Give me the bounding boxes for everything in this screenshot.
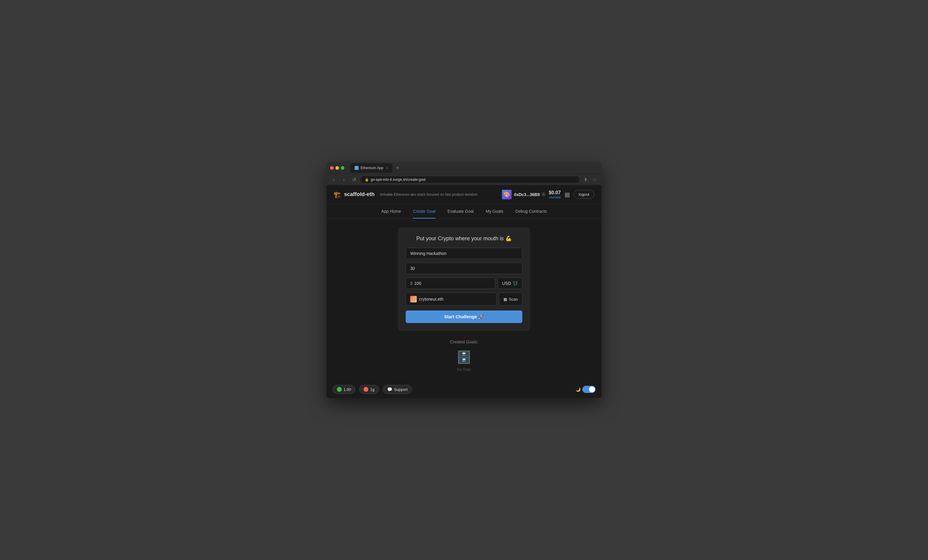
nav-create-goal[interactable]: Create Goal	[413, 209, 435, 218]
goal-name-input[interactable]	[406, 248, 522, 259]
address-bar[interactable]: 🔒 go-ape-into-it.surge.sh/create-goal	[360, 176, 579, 183]
amount-input[interactable]	[414, 281, 491, 286]
toggle-switch[interactable]	[582, 386, 595, 393]
no-data-text: No Data	[457, 367, 471, 372]
logo-tagline: forkable Ethereum dev stack focused on f…	[380, 192, 478, 196]
app-header: 🏗️ scaffold-eth forkable Ethereum dev st…	[327, 185, 601, 204]
nav-evaluate-goal[interactable]: Evaluate Goal	[447, 209, 474, 218]
copy-icon[interactable]: ⎘	[542, 192, 545, 197]
tab-title: Ethereum App	[360, 166, 383, 170]
share-icon[interactable]: ⬆	[582, 176, 589, 183]
forward-button[interactable]: ›	[340, 176, 347, 183]
moon-icon: 🌙	[575, 387, 581, 392]
bookmark-icon[interactable]: ☆	[591, 176, 598, 183]
browser-tab-active[interactable]: E Ethereum App ×	[350, 163, 392, 173]
badge-gas[interactable]: 1g	[359, 385, 379, 394]
wallet-balance: $0.07	[549, 190, 561, 195]
nav-app-home[interactable]: App Home	[381, 209, 401, 218]
created-goals-section: Created Goals: 🗄️ No Data	[398, 339, 530, 372]
amount-row: $ USD 💱	[406, 278, 522, 289]
green-indicator	[337, 387, 342, 392]
address-input-wrapper: 🎨	[406, 292, 497, 306]
browser-actions: ⬆ ☆	[582, 176, 598, 183]
wallet-network: mumbai	[549, 195, 560, 199]
address-avatar: 🎨	[410, 296, 417, 303]
wallet-address-text: 0xDc3...36B9	[514, 192, 540, 197]
address-text: go-ape-into-it.surge.sh/create-goal	[371, 178, 426, 182]
chat-icon: 💬	[387, 387, 392, 392]
address-row: 🎨 ▦ Scan	[406, 292, 522, 306]
no-data-container: 🗄️ No Data	[398, 350, 530, 372]
browser-addressbar: ‹ › ↺ 🔒 go-ape-into-it.surge.sh/create-g…	[327, 174, 601, 185]
tab-close-button[interactable]: ×	[386, 166, 388, 170]
scan-button[interactable]: ▦ Scan	[499, 292, 522, 306]
back-button[interactable]: ‹	[330, 176, 337, 183]
scan-label: Scan	[509, 297, 518, 301]
currency-icon: 💱	[513, 281, 518, 286]
app-container: 🏗️ scaffold-eth forkable Ethereum dev st…	[327, 185, 601, 398]
header-right: 🎨 0xDc3...36B9 ⎘ $0.07 mumbai ▦ logout	[502, 190, 594, 199]
red-indicator	[363, 387, 368, 392]
support-badge[interactable]: 💬 Support	[383, 385, 412, 394]
currency-label: USD	[502, 281, 511, 286]
app-main: Put your Crypto where your mouth is 💪 $ …	[327, 219, 601, 381]
browser-tabs: E Ethereum App × +	[350, 163, 401, 173]
wallet-qr-icon[interactable]: ▦	[565, 191, 570, 198]
new-tab-button[interactable]: +	[394, 164, 402, 172]
speed-value: 1.00	[343, 387, 351, 392]
wallet-info: 🎨 0xDc3...36B9 ⎘	[502, 190, 545, 199]
goal-card: Put your Crypto where your mouth is 💪 $ …	[398, 228, 530, 330]
qr-icon: ▦	[504, 297, 507, 301]
start-challenge-button[interactable]: Start Challenge 🚀	[406, 310, 522, 323]
goal-card-title: Put your Crypto where your mouth is 💪	[406, 235, 522, 242]
lock-icon: 🔒	[365, 178, 369, 182]
app-logo: 🏗️ scaffold-eth forkable Ethereum dev st…	[334, 191, 478, 198]
no-data-icon: 🗄️	[456, 350, 472, 364]
created-goals-label: Created Goals:	[398, 339, 530, 344]
minimize-button[interactable]	[336, 166, 339, 170]
maximize-button[interactable]	[341, 166, 344, 170]
nav-debug-contracts[interactable]: Debug Contracts	[516, 209, 547, 218]
browser-window: E Ethereum App × + ‹ › ↺ 🔒 go-ape-into-i…	[327, 162, 601, 398]
wallet-avatar: 🎨	[502, 190, 511, 199]
badge-speed[interactable]: 1.00	[333, 385, 356, 394]
close-button[interactable]	[330, 166, 334, 170]
dark-mode-toggle[interactable]: 🌙	[575, 386, 595, 393]
goal-days-input[interactable]	[406, 263, 522, 274]
address-input[interactable]	[419, 297, 492, 301]
wallet-balance-block: $0.07 mumbai	[549, 190, 561, 199]
logo-name: scaffold-eth	[344, 191, 375, 198]
currency-badge[interactable]: USD 💱	[498, 278, 522, 289]
amount-input-wrapper: $	[406, 278, 495, 289]
currency-prefix: $	[410, 281, 412, 286]
app-footer: 1.00 1g 💬 Support 🌙	[327, 381, 601, 398]
logout-button[interactable]: logout	[574, 190, 594, 199]
toggle-knob	[589, 387, 595, 393]
logo-icon: 🏗️	[334, 191, 341, 198]
reload-button[interactable]: ↺	[350, 176, 357, 183]
tab-favicon: E	[354, 166, 359, 170]
nav-my-goals[interactable]: My Goals	[486, 209, 504, 218]
support-label: Support	[394, 387, 408, 392]
app-nav: App Home Create Goal Evaluate Goal My Go…	[327, 204, 601, 219]
traffic-lights	[330, 166, 344, 170]
browser-titlebar: E Ethereum App × +	[327, 162, 601, 174]
gas-value: 1g	[370, 387, 374, 392]
